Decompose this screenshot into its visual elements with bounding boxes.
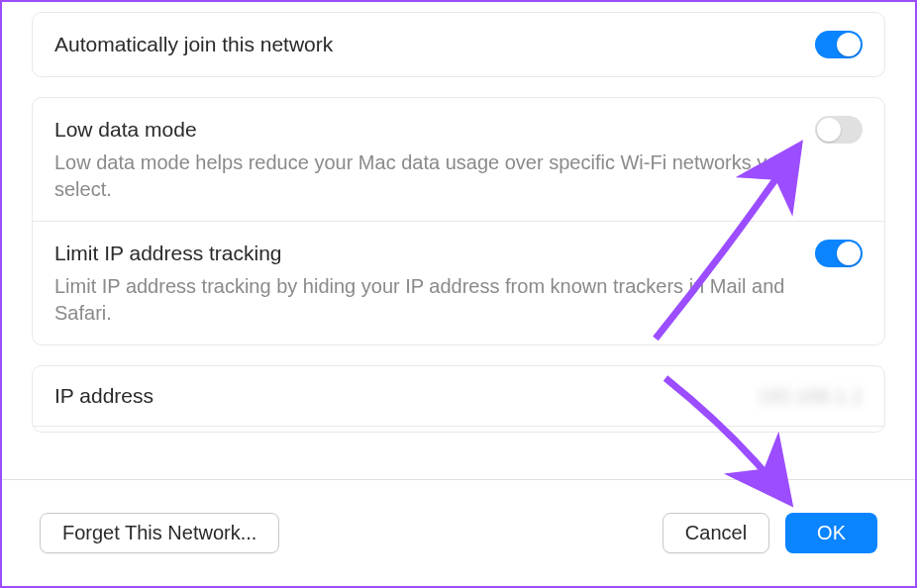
forget-network-button[interactable]: Forget This Network... <box>40 513 279 553</box>
row-limit-ip: Limit IP address tracking Limit IP addre… <box>33 221 884 344</box>
low-data-description: Low data mode helps reduce your Mac data… <box>54 149 863 203</box>
auto-join-label: Automatically join this network <box>54 33 333 56</box>
row-low-data: Low data mode Low data mode helps reduce… <box>33 98 884 221</box>
limit-ip-toggle[interactable] <box>815 240 863 267</box>
section-ip: IP address 192.168.1.1 <box>32 365 885 433</box>
row-ip-address: IP address 192.168.1.1 <box>33 366 884 426</box>
ip-address-value: 192.168.1.1 <box>758 385 863 408</box>
section-auto-join: Automatically join this network <box>32 12 885 77</box>
settings-content: Automatically join this network Low data… <box>2 2 915 475</box>
low-data-label: Low data mode <box>54 118 197 142</box>
limit-ip-description: Limit IP address tracking by hiding your… <box>54 273 863 327</box>
cancel-button[interactable]: Cancel <box>662 513 769 553</box>
dialog-footer: Forget This Network... Cancel OK <box>2 479 915 586</box>
section-privacy: Low data mode Low data mode helps reduce… <box>32 97 885 345</box>
low-data-toggle[interactable] <box>815 116 863 144</box>
row-spacer <box>33 426 884 432</box>
ip-address-label: IP address <box>54 384 153 408</box>
row-auto-join: Automatically join this network <box>33 13 884 76</box>
auto-join-toggle[interactable] <box>815 31 863 58</box>
ok-button[interactable]: OK <box>785 513 877 553</box>
limit-ip-label: Limit IP address tracking <box>54 242 282 265</box>
